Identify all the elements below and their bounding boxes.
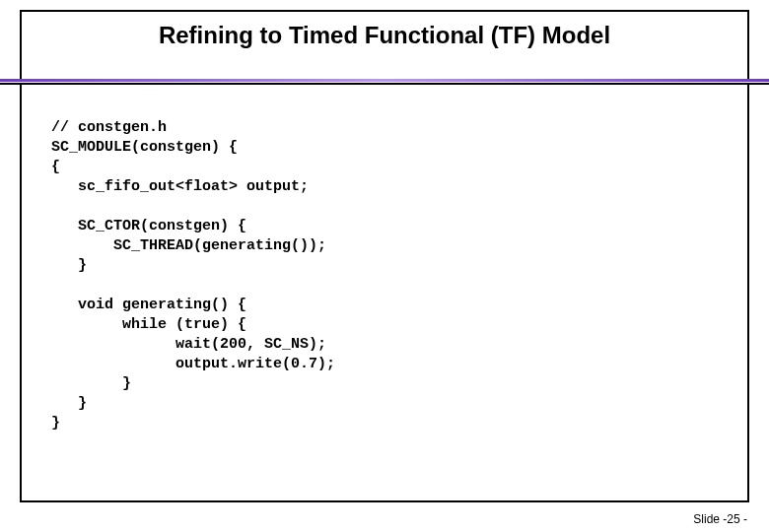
code-line: // constgen.h (51, 118, 335, 138)
slide: Refining to Timed Functional (TF) Model … (0, 0, 769, 532)
code-line (51, 197, 335, 217)
slide-title: Refining to Timed Functional (TF) Model (20, 22, 749, 49)
code-block: // constgen.hSC_MODULE(constgen) {{ sc_f… (51, 118, 335, 433)
code-line: sc_fifo_out<float> output; (51, 177, 335, 197)
code-line: } (51, 414, 335, 433)
code-line: while (true) { (51, 315, 335, 335)
slide-footer: Slide -25 - (693, 512, 747, 526)
code-line: wait(200, SC_NS); (51, 335, 335, 355)
code-line: } (51, 256, 335, 276)
code-line: { (51, 158, 335, 177)
divider-bar-bottom (0, 83, 769, 85)
code-line: SC_MODULE(constgen) { (51, 138, 335, 158)
title-divider (0, 79, 769, 85)
code-line (51, 276, 335, 296)
code-line: SC_THREAD(generating()); (51, 236, 335, 256)
code-line: } (51, 374, 335, 394)
code-line: void generating() { (51, 296, 335, 315)
code-line: } (51, 394, 335, 414)
code-line: SC_CTOR(constgen) { (51, 217, 335, 236)
code-line: output.write(0.7); (51, 355, 335, 374)
